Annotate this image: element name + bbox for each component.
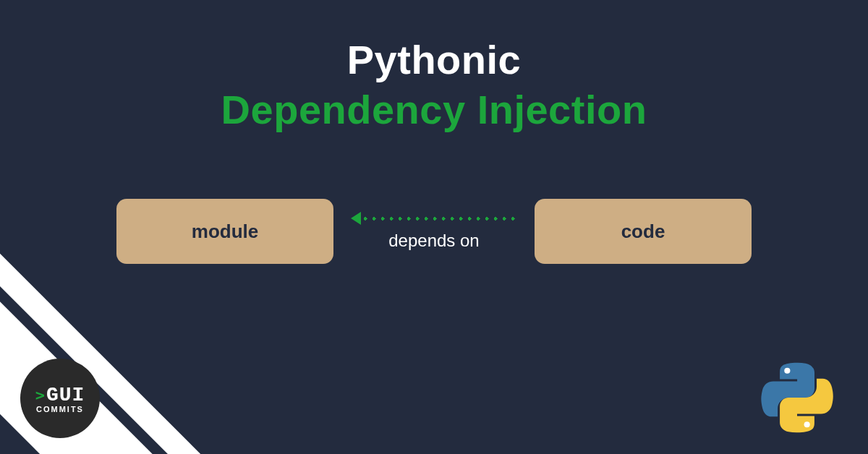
connector-label: depends on <box>388 231 479 251</box>
python-logo-icon <box>761 361 833 434</box>
gui-commits-badge: > GUI COMMITS <box>20 359 100 438</box>
dotted-arrow <box>351 212 517 225</box>
title-line-1: Pythonic <box>0 36 868 83</box>
code-box-label: code <box>621 220 665 243</box>
svg-point-1 <box>804 421 810 427</box>
arrow-connector: depends on <box>351 212 517 251</box>
svg-point-0 <box>784 368 790 374</box>
dependency-diagram: module depends on code <box>0 199 868 264</box>
module-box: module <box>116 199 333 264</box>
prompt-icon: > <box>35 386 45 404</box>
title-line-2: Dependency Injection <box>0 86 868 133</box>
module-box-label: module <box>192 220 258 243</box>
arrow-left-icon <box>351 212 361 225</box>
code-box: code <box>535 199 752 264</box>
title-block: Pythonic Dependency Injection <box>0 0 868 133</box>
dotted-line-segment <box>361 217 517 220</box>
badge-top-row: > GUI <box>35 384 85 406</box>
badge-main-text: GUI <box>46 384 85 406</box>
badge-sub-text: COMMITS <box>36 405 84 414</box>
